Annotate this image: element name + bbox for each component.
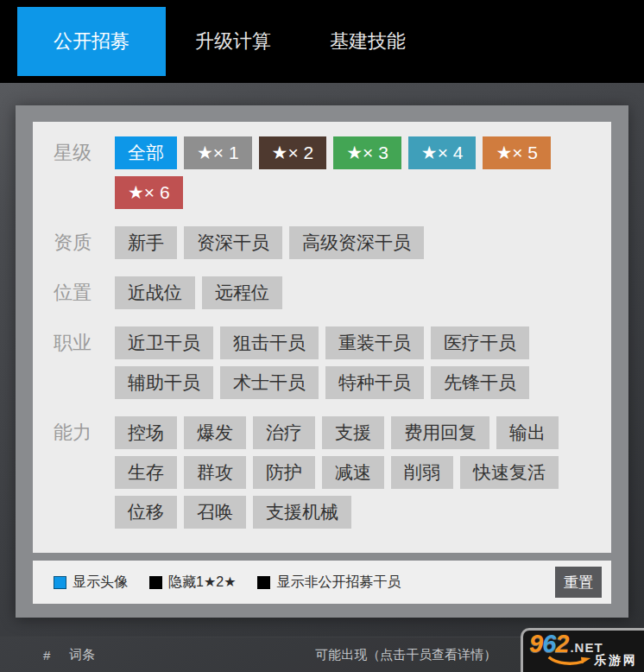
filter-group-1: 资质新手资深干员高级资深干员	[54, 226, 599, 266]
filter-group-label: 星级	[54, 136, 115, 216]
filter-button[interactable]: 狙击干员	[220, 326, 319, 359]
filter-buttons: 控场爆发治疗支援费用回复输出生存群攻防护减速削弱快速复活位移召唤支援机械	[115, 416, 599, 536]
filter-button[interactable]: 群攻	[184, 456, 246, 489]
filter-button[interactable]: 召唤	[184, 496, 246, 529]
filter-button[interactable]: 支援	[322, 416, 384, 449]
filter-button[interactable]: 防护	[253, 456, 315, 489]
checkbox-unchecked-icon	[149, 576, 162, 589]
filter-button[interactable]: 远程位	[202, 276, 282, 309]
filter-group-label: 位置	[54, 276, 115, 316]
option-checkbox-0[interactable]: 显示头像	[54, 574, 128, 592]
results-col-index: #	[43, 648, 50, 662]
filter-buttons: 近卫干员狙击干员重装干员医疗干员辅助干员术士干员特种干员先锋干员	[115, 326, 599, 406]
filter-button[interactable]: 新手	[115, 226, 177, 259]
reset-button[interactable]: 重置	[555, 567, 602, 598]
watermark-site-name: 乐游网	[594, 653, 638, 669]
filter-button[interactable]: 医疗干员	[431, 326, 529, 359]
filter-button[interactable]: 重装干员	[325, 326, 424, 359]
filter-button[interactable]: 爆发	[184, 416, 246, 449]
filter-button[interactable]: 快速复活	[460, 456, 559, 489]
filter-button[interactable]: ★× 1	[184, 136, 252, 169]
filter-group-4: 能力控场爆发治疗支援费用回复输出生存群攻防护减速削弱快速复活位移召唤支援机械	[54, 416, 599, 536]
filter-button[interactable]: 减速	[322, 456, 384, 489]
filter-button[interactable]: 资深干员	[184, 226, 282, 259]
filter-button[interactable]: ★× 4	[408, 136, 477, 169]
options-bar: 显示头像隐藏1★2★显示非公开招募干员重置	[33, 561, 611, 604]
option-label: 显示非公开招募干员	[276, 574, 401, 592]
watermark-digit: 2	[555, 631, 568, 656]
watermark-suffix: .NET	[570, 641, 603, 654]
checkbox-unchecked-icon	[257, 576, 270, 589]
filter-button[interactable]: 近卫干员	[115, 326, 213, 359]
option-label: 显示头像	[73, 574, 128, 592]
option-checkbox-2[interactable]: 显示非公开招募干员	[257, 574, 401, 592]
filter-button[interactable]: 输出	[496, 416, 559, 449]
filter-button[interactable]: ★× 3	[333, 136, 401, 169]
filter-group-label: 职业	[54, 326, 115, 406]
option-checkbox-1[interactable]: 隐藏1★2★	[149, 574, 236, 592]
filter-button[interactable]: ★× 5	[483, 136, 551, 169]
filter-group-2: 位置近战位远程位	[54, 276, 599, 316]
nav-tab-1[interactable]: 升级计算	[166, 7, 300, 76]
checkbox-checked-icon	[54, 576, 66, 589]
filter-button[interactable]: 位移	[115, 496, 177, 529]
filter-buttons: 新手资深干员高级资深干员	[115, 226, 599, 266]
filter-group-3: 职业近卫干员狙击干员重装干员医疗干员辅助干员术士干员特种干员先锋干员	[54, 326, 599, 406]
filter-buttons: 近战位远程位	[115, 276, 599, 316]
filter-button[interactable]: ★× 2	[259, 136, 327, 169]
filter-buttons: 全部★× 1★× 2★× 3★× 4★× 5★× 6	[115, 136, 599, 216]
nav-tab-2[interactable]: 基建技能	[300, 7, 435, 76]
filter-button[interactable]: 辅助干员	[115, 366, 213, 399]
filter-button[interactable]: 特种干员	[325, 366, 424, 399]
option-label: 隐藏1★2★	[168, 574, 236, 592]
filter-button[interactable]: 控场	[115, 416, 177, 449]
filter-button[interactable]: 先锋干员	[431, 366, 529, 399]
filter-button[interactable]: 近战位	[115, 276, 195, 309]
results-col-possible: 可能出现（点击干员查看详情）	[315, 647, 496, 663]
watermark-digit: 6	[542, 631, 555, 656]
filter-group-label: 资质	[54, 226, 115, 266]
recruitment-filter-panel: 星级全部★× 1★× 2★× 3★× 4★× 5★× 6资质新手资深干员高级资深…	[16, 105, 628, 618]
filter-button[interactable]: 费用回复	[391, 416, 489, 449]
filter-button[interactable]: 治疗	[253, 416, 315, 449]
filter-group-0: 星级全部★× 1★× 2★× 3★× 4★× 5★× 6	[54, 136, 599, 216]
watermark-digit: 9	[529, 631, 542, 656]
filter-button[interactable]: ★× 6	[115, 176, 183, 209]
filter-card: 星级全部★× 1★× 2★× 3★× 4★× 5★× 6资质新手资深干员高级资深…	[33, 122, 611, 553]
results-col-tags: 词条	[69, 647, 95, 663]
filter-button[interactable]: 术士干员	[220, 366, 319, 399]
nav-tab-0[interactable]: 公开招募	[17, 7, 166, 76]
site-watermark-logo: 9 6 2 .NET 乐游网	[521, 628, 644, 672]
filter-button[interactable]: 支援机械	[253, 496, 351, 529]
top-nav: 公开招募升级计算基建技能	[0, 0, 644, 83]
swoosh-arrow-icon	[547, 655, 592, 667]
filter-group-label: 能力	[54, 416, 115, 536]
filter-button[interactable]: 全部	[115, 136, 177, 169]
filter-button[interactable]: 高级资深干员	[289, 226, 424, 259]
filter-button[interactable]: 削弱	[391, 456, 453, 489]
filter-button[interactable]: 生存	[115, 456, 177, 489]
